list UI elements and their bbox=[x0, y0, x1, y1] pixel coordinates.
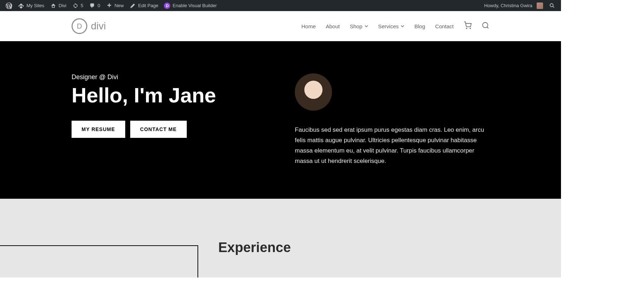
main-nav: Home About Shop Services Blog Contact bbox=[301, 21, 489, 31]
chevron-down-icon bbox=[401, 25, 404, 27]
hero-title: Hello, I'm Jane bbox=[72, 85, 266, 106]
comment-icon bbox=[89, 3, 96, 9]
site-logo[interactable]: D divi bbox=[72, 18, 106, 34]
nav-contact[interactable]: Contact bbox=[435, 23, 454, 29]
nav-services-label: Services bbox=[378, 23, 399, 29]
refresh-icon bbox=[72, 3, 79, 9]
new-content-link[interactable]: New bbox=[103, 0, 127, 11]
comments-link[interactable]: 0 bbox=[86, 0, 103, 11]
profile-avatar bbox=[295, 73, 332, 111]
user-avatar-icon bbox=[537, 3, 543, 9]
site-name-link[interactable]: Divi bbox=[47, 0, 69, 11]
resume-button[interactable]: MY RESUME bbox=[72, 121, 125, 138]
search-icon[interactable] bbox=[482, 21, 489, 31]
hero-subtitle: Designer @ Divi bbox=[72, 73, 266, 81]
logo-circle-icon: D bbox=[72, 18, 87, 34]
experience-section: Experience bbox=[0, 199, 561, 278]
updates-link[interactable]: 5 bbox=[69, 0, 86, 11]
user-greeting[interactable]: Howdy, Christina Gwira bbox=[481, 0, 546, 11]
howdy-label: Howdy, Christina Gwira bbox=[484, 3, 532, 8]
my-sites-link[interactable]: My Sites bbox=[15, 0, 47, 11]
new-label: New bbox=[114, 3, 124, 8]
edit-page-link[interactable]: Edit Page bbox=[127, 0, 161, 11]
logo-text: divi bbox=[91, 20, 106, 32]
search-icon bbox=[549, 3, 555, 9]
wordpress-icon bbox=[6, 3, 12, 9]
chevron-down-icon bbox=[365, 25, 368, 27]
enable-visual-builder-link[interactable]: D Enable Visual Builder bbox=[161, 0, 219, 11]
hero-right: Faucibus sed sed erat ipsum purus egesta… bbox=[295, 73, 489, 167]
svg-point-0 bbox=[466, 28, 467, 29]
hero-grid: Designer @ Divi Hello, I'm Jane MY RESUM… bbox=[72, 73, 489, 167]
svg-point-1 bbox=[470, 28, 470, 29]
site-name-label: Divi bbox=[59, 3, 67, 8]
comments-count: 0 bbox=[98, 3, 100, 8]
updates-count: 5 bbox=[81, 3, 83, 8]
hero-left: Designer @ Divi Hello, I'm Jane MY RESUM… bbox=[72, 73, 266, 167]
wp-admin-bar: My Sites Divi 5 0 New bbox=[0, 0, 561, 11]
site-header: D divi Home About Shop Services Blog Con… bbox=[0, 11, 561, 41]
admin-bar-right: Howdy, Christina Gwira bbox=[481, 0, 558, 11]
nav-shop[interactable]: Shop bbox=[350, 23, 368, 29]
my-sites-label: My Sites bbox=[26, 3, 44, 8]
network-icon bbox=[18, 3, 24, 9]
edit-page-label: Edit Page bbox=[138, 3, 158, 8]
cart-icon[interactable] bbox=[464, 21, 472, 31]
svg-point-2 bbox=[483, 23, 488, 28]
nav-services[interactable]: Services bbox=[378, 23, 405, 29]
experience-title: Experience bbox=[218, 240, 561, 255]
nav-home[interactable]: Home bbox=[301, 23, 316, 29]
divi-icon: D bbox=[164, 3, 170, 9]
wp-logo[interactable] bbox=[3, 0, 15, 11]
hero-bio: Faucibus sed sed erat ipsum purus egesta… bbox=[295, 125, 489, 167]
admin-bar-left: My Sites Divi 5 0 New bbox=[3, 0, 220, 11]
enable-vb-label: Enable Visual Builder bbox=[172, 3, 216, 8]
experience-frame bbox=[0, 245, 198, 278]
home-icon bbox=[50, 3, 57, 9]
admin-search[interactable] bbox=[546, 0, 558, 11]
pencil-icon bbox=[130, 3, 136, 9]
nav-about[interactable]: About bbox=[326, 23, 340, 29]
hero-section: Designer @ Divi Hello, I'm Jane MY RESUM… bbox=[0, 41, 561, 199]
nav-shop-label: Shop bbox=[350, 23, 362, 29]
contact-button[interactable]: CONTACT ME bbox=[130, 121, 187, 138]
nav-blog[interactable]: Blog bbox=[414, 23, 425, 29]
hero-buttons: MY RESUME CONTACT ME bbox=[72, 121, 266, 138]
plus-icon bbox=[106, 3, 112, 9]
